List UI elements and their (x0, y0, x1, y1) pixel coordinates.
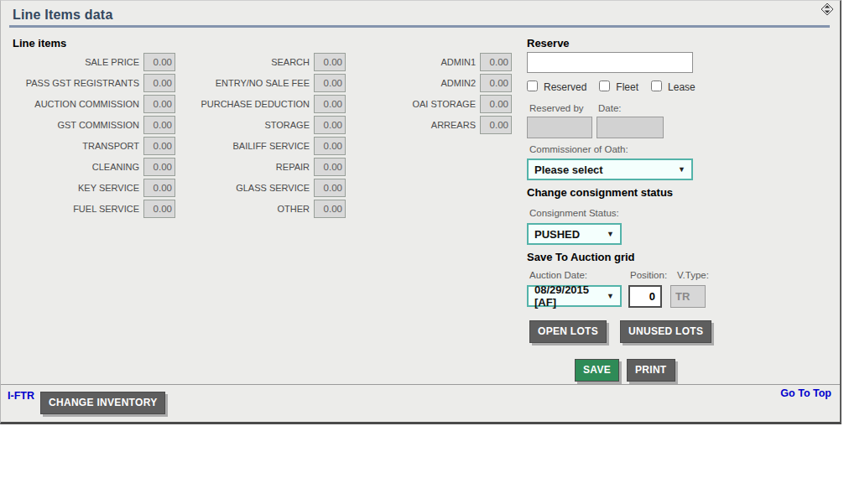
reserved-date-label: Date: (598, 103, 622, 113)
line-item-label: ARREARS (351, 120, 480, 130)
footer-divider (1, 384, 840, 385)
line-items-heading: Line items (13, 37, 66, 49)
commissioner-of-oath-select[interactable]: Please select ▼ (527, 158, 693, 180)
reserve-checkbox-row: Reserved Fleet Lease (527, 81, 708, 93)
line-item-row: PASS GST REGISTRANTS (13, 72, 175, 93)
line-item-row: TRANSPORT (13, 135, 175, 156)
lease-checkbox[interactable] (651, 81, 662, 91)
line-item-row: STORAGE (180, 114, 346, 135)
consignment-status-label: Consignment Status: (529, 208, 619, 218)
diamond-updown-icon[interactable] (821, 3, 834, 16)
line-item-row: KEY SERVICE (13, 177, 175, 198)
line-item-label: GST COMMISSION (13, 120, 143, 130)
line-item-row: SALE PRICE (13, 51, 175, 72)
line-item-row: OTHER (180, 198, 346, 219)
line-item-label: ADMIN2 (351, 78, 480, 88)
line-items-column-1: SALE PRICE PASS GST REGISTRANTS AUCTION … (13, 51, 175, 219)
line-items-column-2: SEARCH ENTRY/NO SALE FEE PURCHASE DEDUCT… (180, 51, 346, 219)
unused-lots-button[interactable]: UNUSED LOTS (620, 320, 711, 343)
line-item-value-input (314, 53, 346, 71)
checkbox-group[interactable]: Lease (651, 81, 696, 93)
line-item-label: BAILIFF SERVICE (180, 141, 314, 151)
fleet-checkbox[interactable] (599, 81, 610, 91)
line-item-row: AUCTION COMMISSION (13, 93, 175, 114)
reserve-heading: Reserve (527, 37, 570, 49)
line-item-label: CLEANING (13, 162, 143, 172)
save-button[interactable]: SAVE (575, 359, 619, 382)
line-item-label: FUEL SERVICE (13, 204, 143, 214)
vtype-label: V.Type: (677, 270, 709, 280)
checkbox-group[interactable]: Fleet (599, 81, 638, 93)
chevron-down-icon: ▼ (607, 292, 614, 300)
line-item-value-input (480, 74, 512, 92)
change-consignment-heading: Change consignment status (527, 186, 673, 199)
title-divider (9, 25, 830, 28)
line-item-row: BAILIFF SERVICE (180, 135, 346, 156)
line-items-grid: SALE PRICE PASS GST REGISTRANTS AUCTION … (13, 51, 512, 219)
reserve-amount-input[interactable] (527, 52, 693, 73)
line-item-label: AUCTION COMMISSION (13, 99, 143, 109)
line-items-column-3: ADMIN1 ADMIN2 OAI STORAGE ARREARS (351, 51, 512, 219)
auction-date-label: Auction Date: (529, 270, 587, 280)
line-item-label: ENTRY/NO SALE FEE (180, 78, 314, 88)
line-item-label: ADMIN1 (351, 57, 480, 67)
line-item-value-input (143, 116, 175, 134)
line-item-value-input (143, 74, 175, 92)
line-item-value-input (143, 95, 175, 113)
consignment-status-value: PUSHED (534, 228, 580, 241)
line-item-value-input (314, 158, 346, 176)
chevron-down-icon: ▼ (607, 230, 614, 238)
line-item-label: SALE PRICE (13, 57, 143, 67)
iftr-link[interactable]: I-FTR (8, 390, 34, 402)
line-item-row: ENTRY/NO SALE FEE (180, 72, 346, 93)
line-item-value-input (314, 200, 346, 218)
line-item-row: GLASS SERVICE (180, 177, 346, 198)
change-inventory-button[interactable]: CHANGE INVENTORY (40, 392, 165, 414)
line-item-value-input (143, 53, 175, 71)
open-lots-button[interactable]: OPEN LOTS (529, 320, 607, 343)
commissioner-of-oath-value: Please select (534, 164, 603, 176)
reserved-date-input (597, 117, 664, 138)
auction-date-select[interactable]: 08/29/2015 [AF] ▼ (527, 285, 622, 307)
line-item-value-input (143, 137, 175, 155)
line-item-row: REPAIR (180, 156, 346, 177)
line-item-label: KEY SERVICE (13, 183, 143, 193)
line-item-row: ADMIN1 (351, 51, 512, 72)
go-to-top-link[interactable]: Go To Top (780, 387, 831, 399)
line-item-label: SEARCH (180, 57, 314, 67)
line-item-row: SEARCH (180, 51, 346, 72)
line-item-value-input (143, 158, 175, 176)
line-item-value-input (480, 53, 512, 71)
line-item-row: GST COMMISSION (13, 114, 175, 135)
reserved-by-input (527, 117, 592, 138)
checkbox-label: Lease (668, 81, 696, 93)
print-button[interactable]: PRINT (627, 359, 675, 382)
save-to-auction-heading: Save To Auction grid (527, 251, 635, 263)
position-label: Position: (630, 270, 667, 280)
line-item-row: FUEL SERVICE (13, 198, 175, 219)
line-item-value-input (480, 95, 512, 113)
line-item-label: PASS GST REGISTRANTS (13, 78, 143, 88)
line-item-label: TRANSPORT (13, 141, 143, 151)
chevron-down-icon: ▼ (678, 165, 685, 174)
line-items-panel: Line Items data Line items SALE PRICE PA… (0, 0, 841, 424)
reserved-checkbox[interactable] (527, 81, 538, 91)
checkbox-label: Fleet (616, 81, 638, 93)
line-item-value-input (143, 200, 175, 218)
line-item-label: GLASS SERVICE (180, 183, 314, 193)
vtype-input (670, 285, 706, 308)
checkbox-group[interactable]: Reserved (527, 81, 586, 93)
line-item-value-input (314, 95, 346, 113)
line-item-label: REPAIR (180, 162, 314, 172)
auction-date-value: 08/29/2015 [AF] (534, 283, 600, 309)
consignment-status-select[interactable]: PUSHED ▼ (527, 223, 622, 245)
line-item-label: OTHER (180, 204, 314, 214)
line-item-value-input (314, 74, 346, 92)
line-item-label: OAI STORAGE (351, 99, 480, 109)
line-item-label: STORAGE (180, 120, 314, 130)
line-item-row: PURCHASE DEDUCTION (180, 93, 346, 114)
position-input[interactable] (628, 285, 662, 308)
commissioner-of-oath-label: Commissioner of Oath: (529, 144, 628, 154)
reserved-by-label: Reserved by (529, 103, 584, 113)
line-item-row: OAI STORAGE (351, 93, 512, 114)
